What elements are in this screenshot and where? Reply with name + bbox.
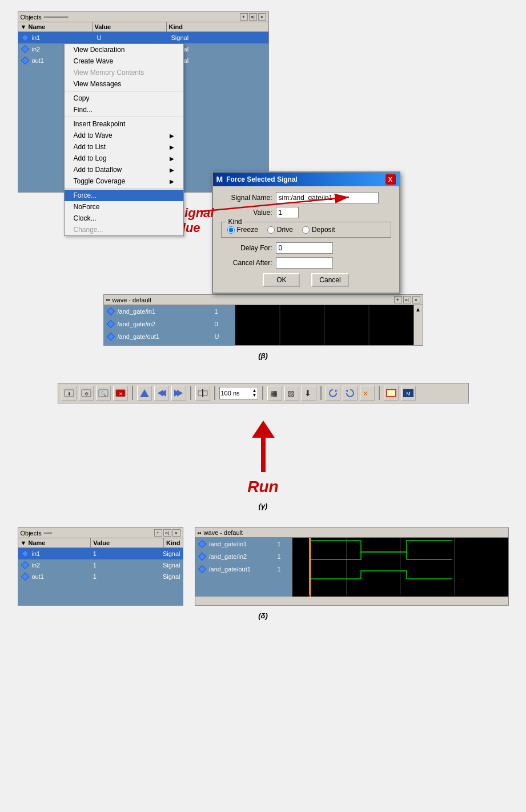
- menu-view-declaration[interactable]: View Declaration: [65, 44, 183, 55]
- submenu-arrow: ▶: [170, 133, 174, 139]
- menu-find[interactable]: Find...: [65, 104, 183, 115]
- menu-sep-2: [65, 117, 183, 117]
- submenu-arrow: ▶: [170, 155, 174, 162]
- wave-values-b: 1 0 U: [212, 305, 235, 345]
- obj-value: U: [95, 34, 169, 42]
- list-item[interactable]: /and_gate/in2: [104, 318, 212, 330]
- titlebar-close-btn[interactable]: ×: [258, 13, 266, 21]
- col-name-header: ▼ Name: [18, 22, 93, 31]
- waveform-svg-d: [292, 538, 508, 595]
- wave-plus-btn[interactable]: +: [394, 296, 402, 303]
- svg-text:🔍: 🔍: [101, 391, 106, 397]
- wave-panel-d: ▪▪ wave - default /and_gate/in1 /and_gat…: [195, 527, 509, 606]
- up-icon: [139, 387, 150, 399]
- toolbar-btn-back[interactable]: [154, 386, 169, 401]
- toolbar-btn-up[interactable]: [137, 386, 152, 401]
- waveform-svg: [235, 305, 413, 345]
- wave-scrollbar-b[interactable]: ▲: [413, 305, 423, 345]
- sig-val-d3: 1: [278, 566, 281, 573]
- table-row[interactable]: in1 1 Signal: [18, 548, 183, 559]
- val-row: 1: [275, 563, 292, 575]
- svg-rect-30: [387, 390, 395, 396]
- menu-add-to-dataflow[interactable]: Add to Dataflow ▶: [65, 164, 183, 175]
- d-restore-btn[interactable]: a|: [163, 529, 171, 537]
- section-c: ⬇ ⚙ 🔍 ✕: [0, 371, 526, 522]
- toolbar-btn-sim[interactable]: 🔍: [96, 386, 111, 401]
- table-row[interactable]: in1 U Signal: [18, 32, 268, 43]
- menu-sep-3: [65, 188, 183, 189]
- menu-noforce[interactable]: NoForce: [65, 201, 183, 213]
- time-spinners: ▲ ▼: [252, 389, 257, 398]
- objects-panel-a: Objects ══════ + a| × ▼ Name Value Kind …: [18, 11, 269, 193]
- break-icon: ✕: [362, 387, 373, 399]
- list-item: U: [212, 330, 235, 343]
- val-row: 1: [275, 550, 292, 563]
- d-close-btn[interactable]: ×: [172, 529, 180, 537]
- run-annotation: Run: [247, 421, 278, 496]
- signal-icon-d: [21, 549, 30, 558]
- menu-force[interactable]: Force...: [65, 190, 183, 201]
- dialog-close-btn[interactable]: X: [386, 174, 396, 185]
- time-input[interactable]: [221, 390, 252, 397]
- signal-val: 0: [215, 321, 218, 327]
- toolbar-btn-run-step[interactable]: ▨: [284, 386, 299, 401]
- run-arrow-head: [252, 421, 275, 438]
- list-item[interactable]: /and_gate/in1: [195, 538, 275, 550]
- toolbar-btn-compile[interactable]: ⚙: [79, 386, 94, 401]
- toolbar-btn-vsim[interactable]: M: [401, 386, 416, 401]
- obj-name-d: in1: [30, 550, 91, 558]
- menu-toggle-coverage[interactable]: Toggle Coverage ▶: [65, 175, 183, 187]
- toolbar-btn-run-all[interactable]: ▦: [267, 386, 282, 401]
- toolbar-btn-run-down[interactable]: ⬇: [302, 386, 316, 401]
- menu-insert-breakpoint[interactable]: Insert Breakpoint: [65, 118, 183, 130]
- d-plus-btn[interactable]: +: [154, 529, 162, 537]
- toolbar-btn-break[interactable]: ✕: [360, 386, 375, 401]
- list-item: 1: [212, 305, 235, 318]
- list-item[interactable]: /and_gate/out1: [195, 563, 275, 575]
- col-value-header: Value: [93, 22, 167, 31]
- toolbar-btn-step[interactable]: [195, 386, 210, 401]
- table-row[interactable]: out1 1 Signal: [18, 571, 183, 582]
- wave-close-btn[interactable]: ×: [412, 296, 420, 303]
- reset-icon: [344, 387, 356, 399]
- wave-titlebar-b: ▪▪ wave - default + a| ×: [104, 295, 423, 305]
- submenu-arrow: ▶: [170, 178, 174, 185]
- list-item[interactable]: /and_gate/in2: [195, 550, 275, 563]
- menu-copy[interactable]: Copy: [65, 93, 183, 104]
- menu-view-messages[interactable]: View Messages: [65, 78, 183, 90]
- toolbar-btn-wave[interactable]: [384, 386, 399, 401]
- col-kind-header-d: Kind: [164, 538, 182, 547]
- wave-display-b: [235, 305, 413, 345]
- menu-add-to-log[interactable]: Add to Log ▶: [65, 153, 183, 164]
- col-kind-header: Kind: [167, 22, 268, 31]
- toolbar-btn-restart[interactable]: [326, 386, 340, 401]
- obj-kind: Signal: [169, 34, 268, 42]
- toolbar-btn-forward[interactable]: [171, 386, 186, 401]
- toolbar-btn-reset[interactable]: [343, 386, 358, 401]
- titlebar-plus-btn[interactable]: +: [240, 13, 248, 21]
- menu-add-to-wave[interactable]: Add to Wave ▶: [65, 130, 183, 141]
- wave-title-left-d: ▪▪ wave - default: [198, 529, 243, 536]
- scrollbar-arrow-up[interactable]: ▲: [415, 306, 421, 313]
- list-item[interactable]: /and_gate/in1: [104, 305, 212, 318]
- cancel-button[interactable]: Cancel: [311, 273, 348, 287]
- toolbar-btn-load[interactable]: ⬇: [62, 386, 77, 401]
- stop-icon: ✕: [115, 387, 126, 399]
- titlebar-restore-btn[interactable]: a|: [249, 13, 257, 21]
- menu-create-wave[interactable]: Create Wave: [65, 55, 183, 67]
- time-spinner-down[interactable]: ▼: [252, 393, 257, 398]
- table-row[interactable]: in2 1 Signal: [18, 559, 183, 571]
- section-d: Objects ══ + a| × ▼ Name Value Kind in1 …: [0, 522, 526, 626]
- svg-text:⬇: ⬇: [304, 389, 311, 398]
- run-down-icon: ⬇: [303, 387, 315, 399]
- list-item[interactable]: /and_gate/out1: [104, 330, 212, 343]
- ok-button[interactable]: OK: [263, 273, 300, 287]
- menu-clock[interactable]: Clock...: [65, 213, 183, 224]
- titlebar-controls-d: + a| ×: [154, 529, 180, 537]
- wave-restore-btn[interactable]: a|: [403, 296, 411, 303]
- toolbar-sep-6: [379, 386, 380, 400]
- dialog-title-left: M Force Selected Signal: [216, 175, 298, 184]
- menu-add-to-list[interactable]: Add to List ▶: [65, 141, 183, 153]
- toolbar-btn-stop[interactable]: ✕: [113, 386, 128, 401]
- toolbar-sep-4: [262, 386, 263, 400]
